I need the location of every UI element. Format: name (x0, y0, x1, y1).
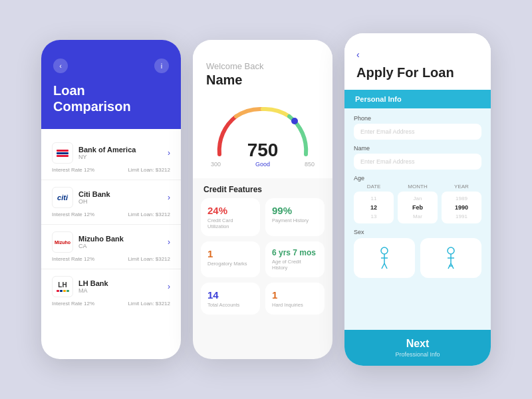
mizuho-limit: Limit Loan: $3212 (128, 256, 170, 262)
dob-month-feb: Feb (398, 203, 438, 212)
sex-female-button[interactable] (420, 238, 481, 278)
dob-year-picker[interactable]: 1989 1990 1991 (442, 192, 481, 223)
name-group: Name Enter Email Address (354, 145, 481, 170)
phone-input[interactable]: Enter Email Address (354, 124, 481, 140)
bank-logo-area-boa: Bank of America NY (52, 142, 136, 164)
screen1-bank-list: Bank of America NY › Interest Rate 12% L… (41, 129, 181, 320)
mizuho-name-area: Mizuho Bank CA (78, 235, 124, 249)
feature-label-2: Derogatory Marks (207, 261, 253, 267)
dob-month-col: MONTH Jan Feb Mar (398, 184, 438, 223)
lh-name: LH Bank (78, 279, 108, 287)
screen1-header: ‹ i LoanComparison (41, 40, 181, 129)
feature-card-4: 14 Total Accounts (201, 283, 260, 315)
feature-label-5: Hard Inquiries (272, 302, 318, 308)
gauge-good-label: Good (255, 161, 270, 168)
feature-value-1: 99% (272, 205, 318, 216)
feature-card-0: 24% Credit Card Utilization (201, 198, 260, 236)
screen-apply-loan: ‹ Apply For Loan Personal Info Phone Ent… (344, 33, 491, 366)
svg-line-4 (382, 263, 384, 269)
citi-arrow-icon: › (168, 193, 170, 202)
citi-name: Citi Bank (78, 190, 110, 198)
back-icon: ‹ (59, 62, 62, 70)
boa-limit: Limit Loan: $3212 (128, 167, 170, 173)
dob-date-picker[interactable]: 11 12 13 (354, 192, 394, 223)
boa-state: NY (78, 154, 136, 160)
citi-logo: citi (52, 187, 73, 208)
features-grid: 24% Credit Card Utilization 99% Payment … (193, 198, 332, 323)
lh-name-area: LH Bank MA (78, 279, 108, 294)
screen1-header-top: ‹ i (53, 59, 169, 73)
feature-value-0: 24% (207, 205, 253, 216)
features-title: Credit Features (193, 178, 332, 198)
dob-date-col: DATE 11 12 13 (354, 184, 394, 223)
feature-value-3: 6 yrs 7 mos (272, 248, 318, 257)
lh-details: Interest Rate 12% Limit Loan: $3212 (52, 301, 170, 307)
gauge-area: 750 300 Good 850 (193, 94, 332, 178)
lh-dot4 (66, 290, 69, 292)
dob-year-col: YEAR 1989 1990 1991 (442, 184, 481, 223)
screen3-back-button[interactable]: ‹ (356, 49, 479, 60)
feature-card-3: 6 yrs 7 mos Age of Credit History (265, 241, 325, 277)
lh-dots (57, 290, 69, 292)
lh-logo-inner: LH (57, 282, 69, 292)
dob-month-header: MONTH (398, 184, 438, 190)
bank-row-mizuho: Mizuho Mizuho Bank CA › (52, 231, 170, 253)
screen3-section-header: Personal Info (344, 90, 491, 108)
dob-year-1991: 1991 (442, 212, 481, 221)
lh-state: MA (78, 287, 108, 294)
feature-value-2: 1 (207, 248, 253, 259)
lh-arrow-icon: › (168, 282, 170, 291)
boa-interest: Interest Rate 12% (52, 167, 94, 173)
name-input[interactable]: Enter Email Address (354, 154, 481, 170)
feature-value-5: 1 (272, 289, 318, 301)
screen3-title: Apply For Loan (356, 65, 479, 80)
lh-logo: LH (52, 276, 73, 297)
feature-card-2: 1 Derogatory Marks (201, 241, 260, 277)
mizuho-state: CA (78, 243, 124, 249)
feature-label-4: Total Accounts (207, 302, 253, 308)
mizuho-interest: Interest Rate 12% (52, 256, 94, 262)
sex-male-button[interactable] (354, 238, 415, 278)
screen1-info-button[interactable]: i (154, 59, 169, 73)
mizuho-logo: Mizuho (52, 231, 73, 253)
screen2-name: Name (206, 72, 319, 88)
feature-label-3: Age of Credit History (272, 259, 318, 271)
bank-item-citi[interactable]: citi Citi Bank OH › Interest Rate 12% Li… (41, 180, 181, 225)
feature-label-0: Credit Card Utilization (207, 217, 253, 229)
screen2-header: Welcome Back Name (193, 40, 332, 94)
mizuho-name: Mizuho Bank (78, 235, 124, 243)
screen1-title: LoanComparison (53, 82, 169, 114)
citi-name-area: Citi Bank OH (78, 190, 110, 205)
lh-text: LH (58, 282, 66, 289)
dob-month-picker[interactable]: Jan Feb Mar (398, 192, 438, 223)
dob-date-13: 13 (354, 212, 394, 221)
feature-value-4: 14 (207, 289, 253, 301)
bank-logo-area-citi: citi Citi Bank OH (52, 187, 110, 208)
svg-point-6 (448, 247, 454, 254)
screen1-back-button[interactable]: ‹ (53, 59, 68, 73)
citi-state: OH (78, 198, 110, 205)
age-label: Age (354, 175, 481, 182)
feature-card-1: 99% Payment History (265, 198, 325, 236)
male-icon (376, 246, 392, 270)
dob-year-1989: 1989 (442, 194, 481, 203)
sex-label: Sex (354, 229, 481, 235)
boa-logo (52, 142, 73, 164)
dob-date-12: 12 (354, 203, 394, 212)
gauge-min-label: 300 (211, 161, 221, 168)
citi-interest: Interest Rate 12% (52, 211, 94, 217)
dob-year-header: YEAR (442, 184, 481, 190)
bank-row-boa: Bank of America NY › (52, 142, 170, 164)
screen2-welcome: Welcome Back (206, 61, 319, 71)
lh-limit: Limit Loan: $3212 (128, 301, 170, 307)
bank-item-boa[interactable]: Bank of America NY › Interest Rate 12% L… (41, 136, 181, 180)
bank-item-mizuho[interactable]: Mizuho Mizuho Bank CA › Interest Rate 12… (41, 225, 181, 269)
next-button[interactable]: Next Professional Info (344, 330, 491, 366)
boa-details: Interest Rate 12% Limit Loan: $3212 (52, 167, 170, 173)
feature-card-5: 1 Hard Inquiries (265, 283, 325, 315)
screens-container: ‹ i LoanComparison (28, 20, 504, 379)
svg-line-5 (384, 263, 387, 269)
bank-item-lh[interactable]: LH LH Bank MA (41, 269, 181, 313)
lh-dot2 (60, 290, 63, 292)
bank-logo-area-mizuho: Mizuho Mizuho Bank CA (52, 231, 124, 253)
